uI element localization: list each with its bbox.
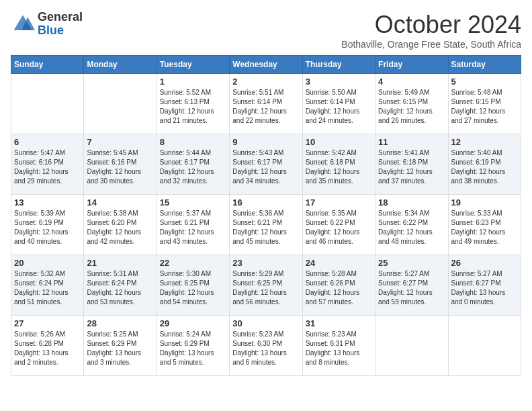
day-number: 25 — [378, 258, 445, 268]
calendar-cell: 31Sunrise: 5:23 AM Sunset: 6:31 PM Dayli… — [302, 316, 375, 376]
day-info: Sunrise: 5:23 AM Sunset: 6:31 PM Dayligh… — [306, 330, 372, 367]
location-subtitle: Bothaville, Orange Free State, South Afr… — [341, 39, 521, 50]
day-info: Sunrise: 5:51 AM Sunset: 6:14 PM Dayligh… — [232, 88, 299, 126]
logo-general: General — [38, 10, 83, 24]
day-info: Sunrise: 5:34 AM Sunset: 6:22 PM Dayligh… — [378, 209, 445, 246]
calendar-cell: 1Sunrise: 5:52 AM Sunset: 6:13 PM Daylig… — [157, 74, 229, 134]
day-info: Sunrise: 5:29 AM Sunset: 6:25 PM Dayligh… — [232, 269, 299, 307]
day-number: 14 — [87, 197, 153, 208]
calendar-cell — [375, 316, 448, 376]
calendar-week-row: 27Sunrise: 5:26 AM Sunset: 6:28 PM Dayli… — [11, 316, 521, 376]
calendar-cell: 19Sunrise: 5:33 AM Sunset: 6:23 PM Dayli… — [448, 195, 521, 255]
day-number: 20 — [14, 258, 81, 268]
day-number: 3 — [306, 77, 372, 87]
calendar-cell: 22Sunrise: 5:30 AM Sunset: 6:25 PM Dayli… — [157, 255, 229, 316]
calendar-cell — [11, 74, 84, 134]
calendar-cell: 5Sunrise: 5:48 AM Sunset: 6:15 PM Daylig… — [448, 74, 521, 134]
day-info: Sunrise: 5:35 AM Sunset: 6:22 PM Dayligh… — [306, 209, 372, 246]
day-number: 5 — [451, 77, 518, 87]
title-block: October 2024 Bothaville, Orange Free Sta… — [341, 11, 521, 50]
calendar-cell: 11Sunrise: 5:41 AM Sunset: 6:18 PM Dayli… — [375, 134, 448, 195]
day-number: 7 — [87, 137, 153, 147]
calendar-cell: 28Sunrise: 5:25 AM Sunset: 6:29 PM Dayli… — [84, 316, 157, 376]
day-info: Sunrise: 5:27 AM Sunset: 6:27 PM Dayligh… — [378, 269, 445, 307]
calendar-cell: 27Sunrise: 5:26 AM Sunset: 6:28 PM Dayli… — [11, 316, 84, 376]
day-info: Sunrise: 5:27 AM Sunset: 6:27 PM Dayligh… — [451, 269, 518, 307]
day-number: 12 — [451, 137, 518, 147]
day-info: Sunrise: 5:40 AM Sunset: 6:19 PM Dayligh… — [451, 148, 518, 186]
day-number: 11 — [378, 137, 445, 147]
day-number: 9 — [232, 137, 299, 147]
day-number: 2 — [232, 77, 299, 87]
logo-blue: Blue — [38, 24, 64, 37]
day-info: Sunrise: 5:44 AM Sunset: 6:17 PM Dayligh… — [160, 148, 226, 186]
calendar-cell — [448, 316, 521, 376]
day-info: Sunrise: 5:42 AM Sunset: 6:18 PM Dayligh… — [306, 148, 372, 186]
calendar-week-row: 13Sunrise: 5:39 AM Sunset: 6:19 PM Dayli… — [11, 195, 521, 255]
day-info: Sunrise: 5:39 AM Sunset: 6:19 PM Dayligh… — [14, 209, 81, 246]
calendar-cell: 6Sunrise: 5:47 AM Sunset: 6:16 PM Daylig… — [11, 134, 84, 195]
calendar-cell: 14Sunrise: 5:38 AM Sunset: 6:20 PM Dayli… — [84, 195, 157, 255]
calendar-cell: 12Sunrise: 5:40 AM Sunset: 6:19 PM Dayli… — [448, 134, 521, 195]
day-info: Sunrise: 5:31 AM Sunset: 6:24 PM Dayligh… — [87, 269, 153, 307]
day-info: Sunrise: 5:28 AM Sunset: 6:26 PM Dayligh… — [306, 269, 372, 307]
logo-text: General Blue — [38, 11, 83, 38]
day-info: Sunrise: 5:38 AM Sunset: 6:20 PM Dayligh… — [87, 209, 153, 246]
calendar-cell: 29Sunrise: 5:24 AM Sunset: 6:29 PM Dayli… — [157, 316, 229, 376]
page-header: General Blue October 2024 Bothaville, Or… — [11, 11, 521, 50]
calendar-week-row: 20Sunrise: 5:32 AM Sunset: 6:24 PM Dayli… — [11, 255, 521, 316]
logo-icon — [11, 12, 35, 36]
weekday-header-sunday: Sunday — [11, 56, 84, 74]
calendar-cell: 15Sunrise: 5:37 AM Sunset: 6:21 PM Dayli… — [157, 195, 229, 255]
day-number: 18 — [378, 197, 445, 208]
day-number: 26 — [451, 258, 518, 268]
day-number: 6 — [14, 137, 81, 147]
day-number: 31 — [306, 318, 372, 328]
day-number: 8 — [160, 137, 226, 147]
day-number: 16 — [232, 197, 299, 208]
day-info: Sunrise: 5:43 AM Sunset: 6:17 PM Dayligh… — [232, 148, 299, 186]
day-number: 13 — [14, 197, 81, 208]
calendar-table: SundayMondayTuesdayWednesdayThursdayFrid… — [11, 55, 521, 376]
logo: General Blue — [11, 11, 83, 38]
day-info: Sunrise: 5:33 AM Sunset: 6:23 PM Dayligh… — [451, 209, 518, 246]
calendar-cell: 3Sunrise: 5:50 AM Sunset: 6:14 PM Daylig… — [302, 74, 375, 134]
day-number: 4 — [378, 77, 445, 87]
day-number: 30 — [232, 318, 299, 328]
day-number: 29 — [160, 318, 226, 328]
calendar-header-row: SundayMondayTuesdayWednesdayThursdayFrid… — [11, 56, 521, 74]
day-info: Sunrise: 5:24 AM Sunset: 6:29 PM Dayligh… — [160, 330, 226, 367]
calendar-cell: 2Sunrise: 5:51 AM Sunset: 6:14 PM Daylig… — [230, 74, 302, 134]
calendar-week-row: 1Sunrise: 5:52 AM Sunset: 6:13 PM Daylig… — [11, 74, 521, 134]
weekday-header-wednesday: Wednesday — [230, 56, 302, 74]
day-number: 22 — [160, 258, 226, 268]
weekday-header-saturday: Saturday — [448, 56, 521, 74]
calendar-cell: 13Sunrise: 5:39 AM Sunset: 6:19 PM Dayli… — [11, 195, 84, 255]
month-title: October 2024 — [341, 11, 521, 39]
day-info: Sunrise: 5:30 AM Sunset: 6:25 PM Dayligh… — [160, 269, 226, 307]
day-number: 27 — [14, 318, 81, 328]
day-info: Sunrise: 5:52 AM Sunset: 6:13 PM Dayligh… — [160, 88, 226, 126]
day-info: Sunrise: 5:37 AM Sunset: 6:21 PM Dayligh… — [160, 209, 226, 246]
day-number: 28 — [87, 318, 153, 328]
day-number: 23 — [232, 258, 299, 268]
day-info: Sunrise: 5:49 AM Sunset: 6:15 PM Dayligh… — [378, 88, 445, 126]
calendar-cell: 20Sunrise: 5:32 AM Sunset: 6:24 PM Dayli… — [11, 255, 84, 316]
day-number: 21 — [87, 258, 153, 268]
calendar-cell — [84, 74, 157, 134]
day-number: 17 — [306, 197, 372, 208]
day-number: 15 — [160, 197, 226, 208]
day-info: Sunrise: 5:25 AM Sunset: 6:29 PM Dayligh… — [87, 330, 153, 367]
day-info: Sunrise: 5:36 AM Sunset: 6:21 PM Dayligh… — [232, 209, 299, 246]
day-info: Sunrise: 5:26 AM Sunset: 6:28 PM Dayligh… — [14, 330, 81, 367]
calendar-cell: 26Sunrise: 5:27 AM Sunset: 6:27 PM Dayli… — [448, 255, 521, 316]
day-number: 24 — [306, 258, 372, 268]
calendar-cell: 21Sunrise: 5:31 AM Sunset: 6:24 PM Dayli… — [84, 255, 157, 316]
weekday-header-thursday: Thursday — [302, 56, 375, 74]
calendar-cell: 18Sunrise: 5:34 AM Sunset: 6:22 PM Dayli… — [375, 195, 448, 255]
weekday-header-monday: Monday — [84, 56, 157, 74]
day-info: Sunrise: 5:48 AM Sunset: 6:15 PM Dayligh… — [451, 88, 518, 126]
calendar-cell: 10Sunrise: 5:42 AM Sunset: 6:18 PM Dayli… — [302, 134, 375, 195]
calendar-cell: 7Sunrise: 5:45 AM Sunset: 6:16 PM Daylig… — [84, 134, 157, 195]
day-number: 10 — [306, 137, 372, 147]
